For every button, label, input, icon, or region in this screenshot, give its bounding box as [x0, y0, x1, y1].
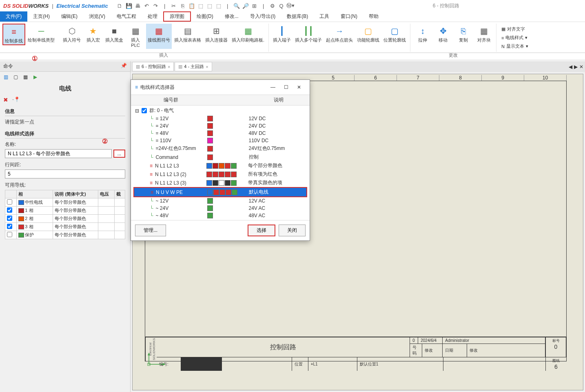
tree-row[interactable]: └~ 48V48V AC: [133, 212, 307, 219]
pin-icon[interactable]: 📌: [121, 63, 127, 70]
ribbon-button[interactable]: ▢位置轮廓线: [382, 24, 408, 44]
tab-close-icon[interactable]: ✕: [579, 64, 583, 70]
menu-item[interactable]: 原理图: [163, 11, 191, 22]
tool-icon[interactable]: ⬚: [206, 2, 213, 9]
search-icon[interactable]: Q: [278, 2, 285, 9]
dialog-titlebar[interactable]: ≡ 电线样式选择器 — ☐ ✕: [131, 80, 310, 95]
ribbon-button[interactable]: →起点终点箭头: [324, 24, 355, 44]
ribbon-button[interactable]: ▤插入报表表格: [173, 24, 203, 49]
menu-item[interactable]: 浏览(V): [83, 11, 111, 22]
tool-icon[interactable]: ⊞: [251, 2, 258, 9]
select-button[interactable]: 选择: [248, 225, 275, 236]
tool-icon[interactable]: ⚙: [269, 2, 276, 9]
cut-icon[interactable]: ✂: [170, 2, 177, 9]
tree-row[interactable]: └~ 12V12V AC: [133, 197, 307, 205]
menu-item[interactable]: 文件(F): [0, 11, 27, 22]
ribbon-button[interactable]: ▦插入印刷电路板.: [230, 24, 266, 49]
undo-icon[interactable]: ↶: [143, 2, 151, 9]
tab-next-icon[interactable]: ▶: [574, 64, 578, 70]
ribbon-button[interactable]: ─绘制单线类型: [26, 24, 56, 45]
ribbon-button[interactable]: ▢功能轮廓线: [355, 24, 381, 44]
menu-item[interactable]: 处理: [142, 11, 163, 22]
ribbon-button[interactable]: ⎘复制: [454, 24, 473, 44]
ribbon-button[interactable]: ■插入黑盒: [104, 24, 125, 49]
table-row[interactable]: 保护每个部分带颜色: [5, 231, 125, 239]
ribbon-button[interactable]: ▦插入 PLC: [126, 24, 145, 49]
ribbon-button[interactable]: ✥移动: [433, 24, 453, 44]
ribbon-button[interactable]: ↕拉伸: [413, 24, 432, 44]
menu-item[interactable]: 编辑(E): [55, 11, 83, 22]
tool-icon[interactable]: ⬚: [215, 2, 222, 9]
maximize-icon[interactable]: ☐: [279, 82, 292, 92]
tree-row[interactable]: └~ 24V24V AC: [133, 205, 307, 212]
group-checkbox[interactable]: [142, 108, 147, 113]
pin-icon[interactable]: -📍: [12, 97, 20, 103]
ribbon-button[interactable]: ⬡插入符号: [61, 24, 82, 49]
zoom-fit-icon[interactable]: 🔎: [242, 2, 249, 9]
tool-icon[interactable]: ▥: [2, 73, 10, 81]
align-text-button[interactable]: ▦对齐文字: [500, 25, 530, 33]
row-checkbox[interactable]: [7, 216, 12, 221]
ribbon-button[interactable]: ┃插入端子: [271, 24, 292, 44]
row-checkbox[interactable]: [7, 232, 12, 237]
row-checkbox[interactable]: [7, 199, 12, 205]
manage-button[interactable]: 管理...: [135, 225, 166, 236]
row-checkbox[interactable]: [7, 207, 12, 213]
new-icon[interactable]: 🗋: [116, 2, 124, 9]
tab-close-icon[interactable]: ×: [168, 64, 170, 69]
dialog-tree[interactable]: ⊟ 群: 0 - 电气 └= 12V12V DC└= 24V24V DC└= 4…: [131, 106, 310, 220]
tab-prev-icon[interactable]: ◀: [569, 64, 572, 70]
menu-item[interactable]: 电气工程: [111, 11, 142, 22]
ribbon-button[interactable]: ★插入宏: [83, 24, 103, 49]
tree-row[interactable]: └= 110V110V DC: [133, 137, 307, 144]
tool-icon[interactable]: Ⓜ▾: [287, 2, 294, 9]
zoom-icon[interactable]: 🔍: [233, 2, 240, 9]
tree-row[interactable]: └Command控制: [133, 153, 307, 161]
collapse-icon[interactable]: ⊟: [135, 108, 139, 114]
menu-item[interactable]: 主页(H): [27, 11, 55, 22]
ribbon-button[interactable]: ▦接线图符号: [146, 24, 172, 49]
row-checkbox[interactable]: [7, 224, 12, 229]
wire-style-button[interactable]: ≡电线样式▾: [500, 34, 530, 42]
menu-item[interactable]: 数据库(B): [281, 11, 314, 22]
tree-row[interactable]: ≡N L1 L2 L3每个部分带颜色: [133, 161, 307, 170]
tree-row[interactable]: ≡N L1 L2 L3 (3)带真实颜色的项: [133, 178, 307, 187]
name-input[interactable]: [5, 149, 112, 158]
ribbon-button[interactable]: ⊞插入连接器: [204, 24, 229, 49]
tree-row[interactable]: ≡N U V W PE默认电线: [134, 188, 306, 196]
table-row[interactable]: 中性电线每个部分带颜色: [5, 198, 125, 207]
table-row[interactable]: 3 相每个部分带颜色: [5, 223, 125, 231]
redo-icon[interactable]: ↷: [152, 2, 160, 9]
ribbon-button[interactable]: ≡绘制多线: [2, 24, 25, 45]
ribbon-button[interactable]: ▦对齐块: [474, 24, 494, 44]
table-row[interactable]: 2 相每个部分带颜色: [5, 215, 125, 223]
minimize-icon[interactable]: —: [266, 82, 279, 92]
tool-icon[interactable]: ⬚: [197, 2, 204, 9]
save-icon[interactable]: 💾: [125, 2, 133, 9]
browse-button[interactable]: ...: [113, 150, 125, 158]
tree-group-root[interactable]: ⊟ 群: 0 - 电气: [133, 106, 307, 115]
menu-item[interactable]: 修改...: [219, 11, 244, 22]
copy-icon[interactable]: ⎘: [179, 2, 186, 9]
close-button[interactable]: 关闭: [279, 225, 306, 236]
menu-item[interactable]: 窗口(N): [335, 11, 363, 22]
tool-icon[interactable]: ▢: [11, 73, 20, 81]
tree-row[interactable]: ≡N L1 L2 L3 (2)所有项为红色: [133, 170, 307, 178]
table-row[interactable]: 1 相每个部分带颜色: [5, 207, 125, 215]
show-text-button[interactable]: N显示文本▾: [500, 42, 530, 50]
close-icon[interactable]: ✖: [3, 97, 8, 103]
tree-row[interactable]: └=24V-红色0.75mm24V红色0.75mm: [133, 144, 307, 153]
tree-row[interactable]: └= 12V12V DC: [133, 115, 307, 122]
menu-item[interactable]: 帮助: [363, 11, 384, 22]
document-tab[interactable]: ▥6 - 控制回路×: [132, 62, 174, 71]
menu-item[interactable]: 工具: [314, 11, 335, 22]
paste-icon[interactable]: 📋: [188, 2, 195, 9]
print-icon[interactable]: 🖶: [134, 2, 142, 9]
tool-icon[interactable]: ▦: [21, 73, 29, 81]
tree-row[interactable]: └= 48V48V DC: [133, 130, 307, 137]
menu-item[interactable]: 绘图(D): [191, 11, 219, 22]
tree-row[interactable]: └= 24V24V DC: [133, 122, 307, 130]
menu-item[interactable]: 导入/导出(I): [244, 11, 281, 22]
close-icon[interactable]: ✕: [292, 82, 306, 92]
spacing-input[interactable]: [5, 170, 125, 178]
